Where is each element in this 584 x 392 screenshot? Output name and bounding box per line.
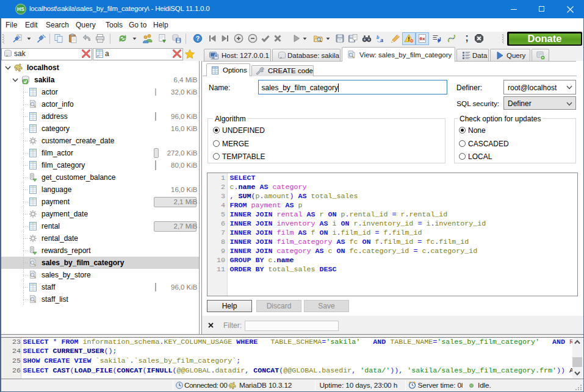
svg-text:b: b (377, 34, 380, 40)
svg-text:?: ? (196, 35, 200, 42)
svg-text:HS: HS (17, 6, 24, 12)
svg-text:0x: 0x (419, 36, 425, 41)
